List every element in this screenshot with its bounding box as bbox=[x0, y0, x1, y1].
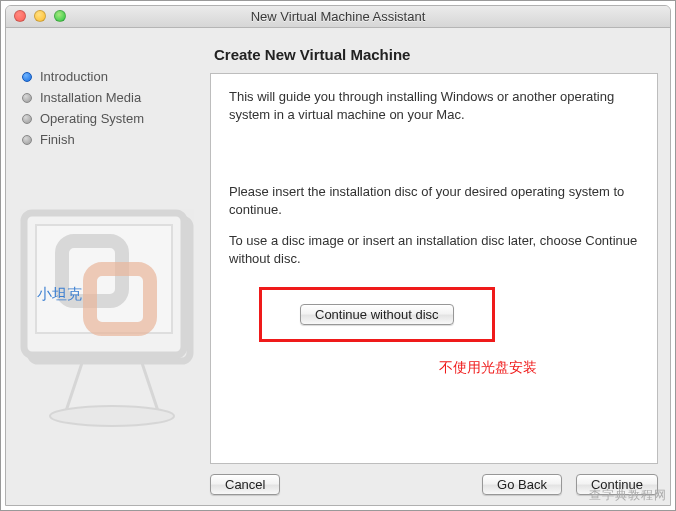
disc-image-text: To use a disc image or insert an install… bbox=[229, 232, 639, 267]
zoom-icon[interactable] bbox=[54, 10, 66, 22]
assistant-window: New Virtual Machine Assistant Introducti… bbox=[5, 5, 671, 506]
go-back-button[interactable]: Go Back bbox=[482, 474, 562, 495]
svg-point-5 bbox=[50, 406, 174, 426]
annotation-text: 不使用光盘安装 bbox=[439, 358, 639, 377]
step-bullet-icon bbox=[22, 72, 32, 82]
window-title: New Virtual Machine Assistant bbox=[6, 9, 670, 24]
cancel-button[interactable]: Cancel bbox=[210, 474, 280, 495]
step-label: Finish bbox=[40, 132, 75, 147]
page-title: Create New Virtual Machine bbox=[214, 46, 658, 63]
step-label: Operating System bbox=[40, 111, 144, 126]
step-label: Installation Media bbox=[40, 90, 141, 105]
steps-sidebar: Introduction Installation Media Operatin… bbox=[18, 46, 202, 495]
close-icon[interactable] bbox=[14, 10, 26, 22]
minimize-icon[interactable] bbox=[34, 10, 46, 22]
insert-disc-text: Please insert the installation disc of y… bbox=[229, 183, 639, 218]
step-finish: Finish bbox=[18, 129, 202, 150]
intro-text: This will guide you through installing W… bbox=[229, 88, 639, 123]
step-introduction: Introduction bbox=[18, 66, 202, 87]
step-bullet-icon bbox=[22, 114, 32, 124]
watermark-site: 查字典教程网 bbox=[589, 487, 667, 504]
monitor-illustration bbox=[12, 201, 212, 451]
watermark-author: 小坦克 bbox=[37, 285, 82, 304]
titlebar: New Virtual Machine Assistant bbox=[6, 6, 670, 28]
continue-without-disc-button[interactable]: Continue without disc bbox=[300, 304, 454, 325]
step-bullet-icon bbox=[22, 93, 32, 103]
step-installation-media: Installation Media bbox=[18, 87, 202, 108]
step-operating-system: Operating System bbox=[18, 108, 202, 129]
step-bullet-icon bbox=[22, 135, 32, 145]
annotation-frame: Continue without disc bbox=[259, 287, 495, 342]
step-label: Introduction bbox=[40, 69, 108, 84]
content-box: This will guide you through installing W… bbox=[210, 73, 658, 464]
